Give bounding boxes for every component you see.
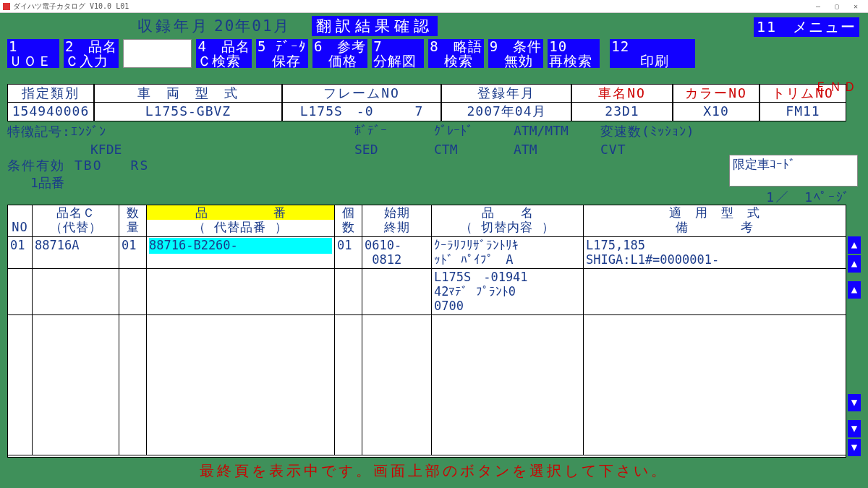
- parts-grid: NO 品名Ｃ （代替） 数 量 品 番（ 代替品番 ） 個 数 始期 終期 品 …: [7, 205, 846, 458]
- hotkey-4-part-search[interactable]: 4 品名Ｃ検索: [196, 39, 251, 68]
- cell-pnc: [33, 269, 119, 315]
- cond-v2: RS: [131, 158, 150, 173]
- val-reg-date: 2007年04月: [441, 103, 571, 121]
- minimize-button[interactable]: —: [809, 2, 827, 10]
- engine-value: KFDE: [90, 142, 122, 157]
- col-qty: 数 量: [119, 205, 147, 237]
- cell-date: [362, 269, 432, 315]
- cell-name: L175S -01941 42ﾏﾃﾞ ﾌﾟﾗﾝﾄ0 0700: [432, 269, 584, 315]
- cell-pnc: 88716A: [33, 237, 119, 269]
- hdr-spec-class: 指定類別: [7, 84, 94, 103]
- cond-v1: TBO: [75, 158, 103, 173]
- scroll-up-1[interactable]: ▲: [848, 236, 861, 254]
- cell-no: 01: [8, 237, 33, 269]
- app-root: 収録年月 20年01月 翻訳結果確認 11 メニュー 1ＵＯＥ 2 品名Ｃ入力 …: [0, 13, 868, 488]
- status-message: 最終頁を表示中です。画面上部のボタンを選択して下さい。: [0, 461, 868, 481]
- hotkey-7-diagram[interactable]: 7分解図: [372, 39, 424, 68]
- table-row[interactable]: L175S -01941 42ﾏﾃﾞ ﾌﾟﾗﾝﾄ0 0700: [8, 269, 846, 315]
- hotkey-1-uoe[interactable]: 1ＵＯＥ: [7, 39, 59, 68]
- hdr-color-no: カラーNO: [673, 84, 760, 103]
- feature-label: 特徴記号:ｴﾝｼﾞﾝ: [7, 123, 106, 140]
- hotkey-12-print[interactable]: 12 印刷: [610, 39, 695, 68]
- cell-no: [8, 269, 33, 315]
- hotkey-5-data-save[interactable]: 5 ﾃﾞｰﾀ 保存: [256, 39, 308, 68]
- gear-label: 変速数(ﾐｯｼｮﾝ): [600, 123, 695, 140]
- close-button[interactable]: ✕: [846, 2, 865, 10]
- part-count-label: 1品番: [30, 175, 64, 190]
- cond-enabled-label: 条件有効: [7, 158, 65, 173]
- cell-qty: 01: [119, 237, 147, 269]
- col-count: 個 数: [335, 205, 362, 237]
- col-name: 品 名 （ 切替内容 ）: [432, 205, 584, 237]
- hdr-frame-no: フレームNO: [282, 84, 441, 103]
- body-label: ﾎﾞﾃﾞｰ: [354, 123, 387, 138]
- val-color-no: X10: [673, 103, 760, 121]
- vehicle-header-row: 指定類別 車 両 型 式 フレームNO 登録年月 車名NO カラーNO トリムN…: [7, 84, 861, 103]
- col-pnc: 品名Ｃ （代替）: [33, 205, 119, 237]
- val-spec-class: 154940006: [7, 103, 94, 121]
- cell-cnt: 01: [335, 237, 362, 269]
- record-period-value: 20年01月: [214, 16, 290, 36]
- val-frame-no: L175S -0 7: [282, 103, 441, 121]
- gear-value: CVT: [600, 142, 626, 157]
- translation-result-badge: 翻訳結果確認: [312, 16, 438, 36]
- atm-label: ATM/MTM: [514, 123, 569, 138]
- cell-pnum: 88716-B2260-: [147, 237, 335, 269]
- scroll-up-2[interactable]: ▲: [848, 255, 861, 273]
- hdr-vehicle-model: 車 両 型 式: [94, 84, 282, 103]
- hotkey-bar: 1ＵＯＥ 2 品名Ｃ入力 4 品名Ｃ検索 5 ﾃﾞｰﾀ 保存 6 参考 価格 7…: [0, 38, 868, 68]
- menu-button-11[interactable]: 11 メニュー: [754, 17, 859, 37]
- col-partnum: 品 番（ 代替品番 ）: [147, 205, 335, 237]
- col-no: NO: [8, 205, 33, 237]
- limited-car-code-label: 限定車ｺｰﾄﾞ: [733, 157, 796, 171]
- cell-spec: L175,185 SHIGA:L1#=0000001-: [584, 237, 846, 269]
- scroll-down-2[interactable]: ▼: [848, 420, 861, 437]
- val-trim-no: FM11: [760, 103, 846, 121]
- cell-spec: [584, 269, 846, 315]
- val-vehicle-model: L175S-GBVZ: [94, 103, 282, 121]
- col-date: 始期 終期: [362, 205, 432, 237]
- app-icon: [3, 3, 10, 10]
- body-value: SED: [354, 142, 378, 157]
- scroll-down-1[interactable]: ▼: [848, 394, 861, 411]
- cell-date: 0610- 0812: [362, 237, 432, 269]
- page-indicator: 1／ 1ﾍﾟｰｼﾞ: [766, 189, 851, 205]
- hotkey-6-ref-price[interactable]: 6 参考 価格: [312, 39, 367, 68]
- grade-value: CTM: [434, 142, 458, 157]
- cell-qty: [119, 269, 147, 315]
- scroll-down-3[interactable]: ▼: [848, 439, 861, 456]
- hotkey-10-resear[interactable]: 10再検索: [548, 39, 600, 68]
- scroll-column: ▲ ▲ ▲ ▼ ▼ ▼: [848, 205, 861, 458]
- end-label: ＥＮＤ: [814, 78, 858, 95]
- table-row[interactable]: 01 88716A 01 88716-B2260- 01 0610- 0812 …: [8, 237, 846, 269]
- hotkey-9-cond-disable[interactable]: 9 条件 無効: [488, 39, 543, 68]
- part-name-input[interactable]: [123, 39, 192, 68]
- hdr-car-no: 車名NO: [571, 84, 673, 103]
- table-row[interactable]: [8, 315, 846, 455]
- cell-pnum: [147, 269, 335, 315]
- window-title: ダイハツ電子カタログ V10.0 L01: [13, 1, 129, 12]
- hotkey-8-abbr-search[interactable]: 8 略語 検索: [428, 39, 483, 68]
- cell-cnt: [335, 269, 362, 315]
- limited-car-code-input[interactable]: 限定車ｺｰﾄﾞ: [729, 155, 858, 187]
- hotkey-2-part-input[interactable]: 2 品名Ｃ入力: [64, 39, 119, 68]
- atm-value: ATM: [514, 142, 537, 157]
- record-period-label: 収録年月: [137, 16, 210, 36]
- maximize-button[interactable]: ▢: [827, 2, 846, 10]
- window-titlebar: ダイハツ電子カタログ V10.0 L01 — ▢ ✕: [0, 0, 868, 13]
- hdr-reg-date: 登録年月: [441, 84, 571, 103]
- scroll-up-3[interactable]: ▲: [848, 281, 861, 299]
- grade-label: ｸﾞﾚｰﾄﾞ: [434, 123, 473, 138]
- val-car-no: 23D1: [571, 103, 673, 121]
- col-spec: 適 用 型 式 備 考: [584, 205, 846, 237]
- vehicle-value-row: 154940006 L175S-GBVZ L175S -0 7 2007年04月…: [7, 103, 861, 121]
- cell-name: ｸｰﾗﾘﾌﾘｻﾞﾗﾝﾄﾘｷ ｯﾄﾞ ﾊﾟｲﾌﾟ A: [432, 237, 584, 269]
